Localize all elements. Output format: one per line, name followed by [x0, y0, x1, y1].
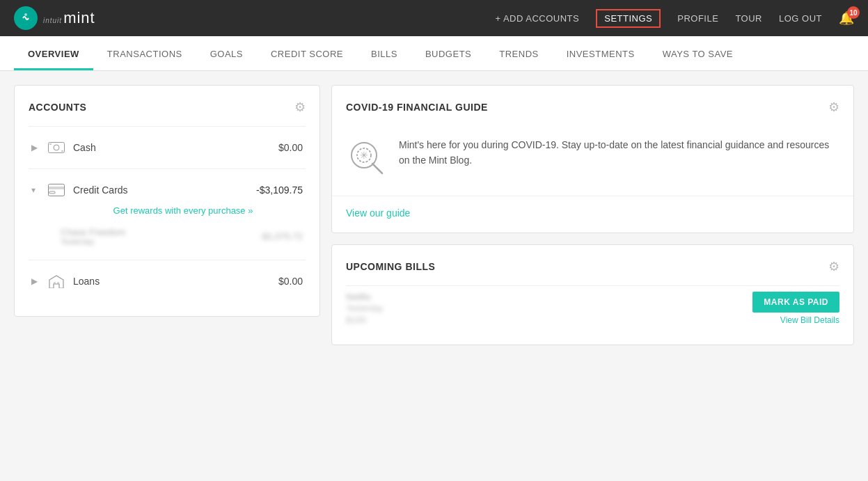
tab-budgets[interactable]: BUDGETS — [411, 36, 485, 70]
svg-rect-8 — [49, 191, 55, 194]
tab-transactions[interactable]: TRANSACTIONS — [93, 36, 196, 70]
loans-icon — [47, 274, 66, 288]
accounts-card: ACCOUNTS ⚙ ▶ Cash $0.00 — [14, 85, 320, 317]
mint-label: mint — [63, 9, 95, 27]
covid-card: COVID-19 FINANCIAL GUIDE ⚙ ✳ Mint's here… — [331, 85, 854, 233]
mark-as-paid-button[interactable]: MARK AS PAID — [752, 292, 839, 313]
tab-bills[interactable]: BILLS — [357, 36, 411, 70]
sub-account-amount-blurred: -$1,075.72 — [260, 231, 303, 242]
cash-chevron: ▶ — [31, 143, 40, 152]
svg-text:✳: ✳ — [360, 150, 368, 161]
credit-cards-section: ▾ Credit Cards -$3,109.75 Get rewards wi… — [29, 168, 306, 260]
credit-cards-chevron: ▾ — [31, 185, 40, 195]
covid-search-icon: ✳ — [346, 137, 388, 179]
svg-rect-7 — [48, 187, 65, 189]
covid-card-header: COVID-19 FINANCIAL GUIDE ⚙ — [346, 100, 839, 115]
main-content: ACCOUNTS ⚙ ▶ Cash $0.00 — [0, 71, 868, 359]
tab-ways-to-save[interactable]: WAYS TO SAVE — [649, 36, 747, 70]
accounts-gear-icon[interactable]: ⚙ — [294, 100, 306, 115]
loans-row[interactable]: ▶ Loans $0.00 — [29, 269, 306, 294]
bill-info: Netflix Yesterday $100 — [346, 292, 383, 325]
covid-body-text: Mint's here for you during COVID-19. Sta… — [399, 137, 839, 168]
svg-point-1 — [24, 13, 27, 16]
accounts-title: ACCOUNTS — [29, 102, 86, 113]
logo-text: intuit mint — [43, 9, 95, 27]
upcoming-bills-header: UPCOMING BILLS ⚙ — [346, 259, 839, 274]
profile-link[interactable]: PROFILE — [677, 13, 718, 24]
tab-trends[interactable]: TRENDS — [485, 36, 552, 70]
tab-investments[interactable]: INVESTMENTS — [553, 36, 649, 70]
tab-credit-score[interactable]: CREDIT SCORE — [257, 36, 357, 70]
sub-nav: OVERVIEW TRANSACTIONS GOALS CREDIT SCORE… — [0, 36, 868, 71]
loans-amount: $0.00 — [278, 276, 303, 287]
covid-body: ✳ Mint's here for you during COVID-19. S… — [346, 126, 839, 190]
add-accounts-link[interactable]: + ADD ACCOUNTS — [495, 13, 579, 24]
credit-cards-amount: -$3,109.75 — [256, 184, 303, 196]
credit-cards-name: Credit Cards — [73, 184, 249, 196]
tour-link[interactable]: TOUR — [735, 13, 762, 24]
cash-amount: $0.00 — [278, 142, 303, 153]
sub-account-row: Chase Freedom Yesterday -$1,075.72 — [29, 221, 306, 251]
svg-rect-10 — [57, 282, 59, 284]
sub-account-sub-blurred: Yesterday — [61, 237, 253, 246]
cash-icon — [47, 141, 66, 155]
bill-row: Netflix Yesterday $100 MARK AS PAID View… — [346, 285, 839, 331]
cash-name: Cash — [73, 142, 271, 153]
left-panel: ACCOUNTS ⚙ ▶ Cash $0.00 — [14, 85, 320, 345]
bill-sub-blurred: Yesterday — [346, 303, 383, 313]
notification-bell[interactable]: 🔔 10 — [839, 10, 854, 26]
svg-line-12 — [372, 164, 382, 173]
bill-amount-blurred: $100 — [346, 315, 383, 325]
sub-account-name-blurred: Chase Freedom — [61, 227, 253, 237]
logo-area: intuit mint — [14, 6, 95, 30]
cash-section: ▶ Cash $0.00 — [29, 126, 306, 168]
credit-cards-reward-area: Get rewards with every purchase » — [29, 203, 306, 221]
accounts-card-header: ACCOUNTS ⚙ — [29, 100, 306, 115]
loans-section: ▶ Loans $0.00 — [29, 260, 306, 302]
top-nav-links: + ADD ACCOUNTS SETTINGS PROFILE TOUR LOG… — [495, 9, 854, 28]
notification-count: 10 — [847, 6, 860, 19]
svg-point-3 — [54, 145, 59, 150]
right-panel: COVID-19 FINANCIAL GUIDE ⚙ ✳ Mint's here… — [331, 85, 854, 345]
tab-overview[interactable]: OVERVIEW — [14, 36, 93, 70]
credit-card-icon — [47, 183, 66, 197]
cash-row[interactable]: ▶ Cash $0.00 — [29, 135, 306, 160]
covid-title: COVID-19 FINANCIAL GUIDE — [346, 102, 488, 113]
view-bill-details-link[interactable]: View Bill Details — [780, 315, 839, 325]
svg-rect-9 — [54, 282, 56, 284]
intuit-label: intuit — [43, 17, 62, 24]
upcoming-bills-gear-icon[interactable]: ⚙ — [828, 259, 839, 274]
bill-actions: MARK AS PAID View Bill Details — [752, 292, 839, 325]
top-nav: intuit mint + ADD ACCOUNTS SETTINGS PROF… — [0, 0, 868, 36]
upcoming-bills-title: UPCOMING BILLS — [346, 261, 435, 272]
tab-goals[interactable]: GOALS — [196, 36, 257, 70]
svg-rect-6 — [49, 184, 65, 196]
upcoming-bills-card: UPCOMING BILLS ⚙ Netflix Yesterday $100 … — [331, 244, 854, 345]
covid-gear-icon[interactable]: ⚙ — [828, 100, 839, 115]
get-rewards-link[interactable]: Get rewards with every purchase » — [61, 203, 306, 221]
bill-name-blurred: Netflix — [346, 292, 383, 302]
settings-link[interactable]: SETTINGS — [596, 9, 661, 28]
logout-link[interactable]: LOG OUT — [779, 13, 822, 24]
loans-chevron: ▶ — [31, 276, 40, 286]
mint-logo-icon — [14, 6, 38, 30]
view-guide-link[interactable]: View our guide — [346, 202, 839, 219]
covid-divider — [332, 196, 853, 196]
credit-cards-row[interactable]: ▾ Credit Cards -$3,109.75 — [29, 178, 306, 203]
loans-name: Loans — [73, 276, 271, 287]
